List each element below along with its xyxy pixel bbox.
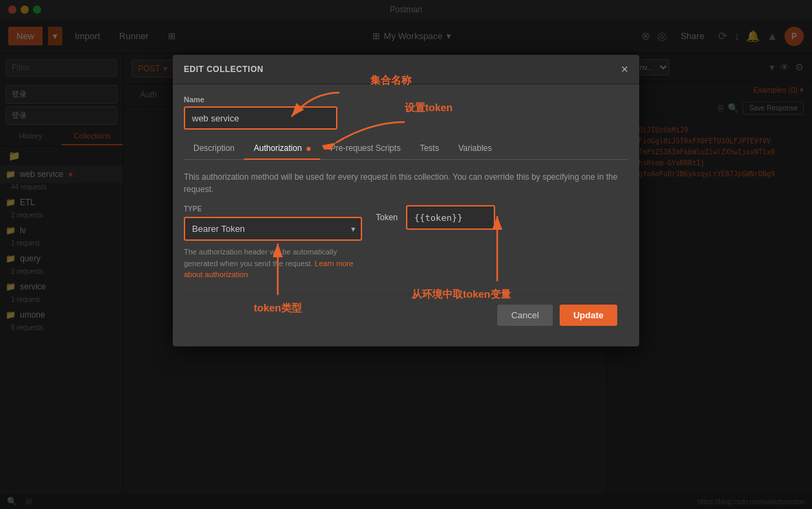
auth-columns: TYPE Bearer Token No Auth API Key Basic … xyxy=(184,205,628,281)
modal-overlay: EDIT COLLECTION × Name Description Autho… xyxy=(0,0,812,509)
tab-description[interactable]: Description xyxy=(184,138,244,160)
token-label: Token xyxy=(376,213,398,222)
name-input-wrapper xyxy=(184,106,337,130)
modal-close-button[interactable]: × xyxy=(621,63,628,75)
name-field-label: Name xyxy=(184,95,628,104)
tab-authorization[interactable]: Authorization xyxy=(244,138,320,160)
type-select-wrapper: Bearer Token No Auth API Key Basic Auth … xyxy=(184,217,362,241)
modal-body: Name Description Authorization Pre-reque… xyxy=(173,84,639,346)
token-input-wrapper: {{token}} xyxy=(406,205,495,230)
auth-info-text: This authorization method will be used f… xyxy=(184,171,628,196)
tab-variables[interactable]: Variables xyxy=(449,138,501,160)
modal-tabs: Description Authorization Pre-request Sc… xyxy=(184,138,628,160)
modal-title: EDIT COLLECTION xyxy=(184,64,263,74)
collection-name-input[interactable] xyxy=(192,113,329,123)
token-value: {{token}} xyxy=(414,213,462,223)
cancel-button[interactable]: Cancel xyxy=(497,305,552,326)
auth-note: The authorization header will be automat… xyxy=(184,246,362,281)
tab-tests[interactable]: Tests xyxy=(410,138,449,160)
active-dot xyxy=(307,147,311,151)
tab-prerequest-scripts[interactable]: Pre-request Scripts xyxy=(320,138,410,160)
type-label: TYPE xyxy=(184,205,362,213)
type-select[interactable]: Bearer Token No Auth API Key Basic Auth xyxy=(185,218,361,239)
auth-left: TYPE Bearer Token No Auth API Key Basic … xyxy=(184,205,362,281)
modal-footer: Cancel Update xyxy=(184,294,628,335)
update-button[interactable]: Update xyxy=(560,305,617,326)
modal-header: EDIT COLLECTION × xyxy=(173,55,639,84)
auth-right: Token {{token}} xyxy=(376,205,628,230)
edit-collection-modal: EDIT COLLECTION × Name Description Autho… xyxy=(173,55,639,346)
